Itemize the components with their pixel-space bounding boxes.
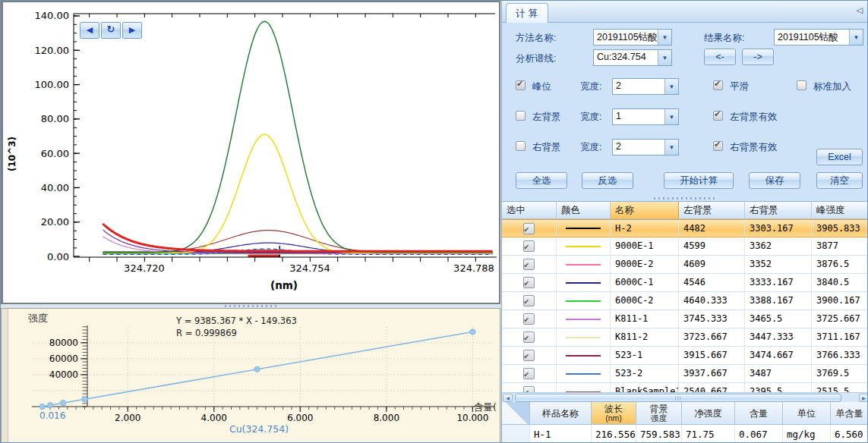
sample-header-5[interactable]: 含量 [735, 402, 783, 424]
analysis-line-dropdown[interactable]: Cu:324.754 ▼ [593, 49, 672, 66]
right-bg-width-dropdown[interactable]: 2 ▼ [612, 139, 679, 156]
right-bg-cell: 3465.5 [745, 310, 812, 328]
right-bg-cell: 3474.667 [745, 347, 812, 364]
row-checkbox[interactable]: ✔ [523, 295, 535, 306]
sample-row[interactable]: H-1216.556759.58371.750.067mg/kg6.560 [502, 425, 868, 443]
sample-header-3[interactable]: 背景强度 [636, 402, 682, 424]
left-bg-cell: 3723.667 [679, 328, 745, 346]
table-row[interactable]: ✔523-23937.66734873769.5 [502, 365, 868, 383]
start-calculation-button[interactable]: 开始计算 [664, 172, 734, 189]
series-color-swatch [566, 337, 601, 338]
peak-width-dropdown[interactable]: 2 ▼ [612, 78, 679, 95]
left-bg-width-dropdown[interactable]: 1 ▼ [612, 108, 679, 125]
result-name-dropdown[interactable]: 20191105钴酸 ▼ [774, 29, 863, 46]
row-checkbox[interactable]: ✔ [523, 240, 535, 252]
svg-text:4.000: 4.000 [201, 413, 227, 423]
svg-text:6.000: 6.000 [287, 413, 313, 423]
table-row[interactable]: ✔6000C-145463333.1673840.5 [502, 274, 868, 292]
sample-header-4[interactable]: 净强度 [682, 402, 735, 424]
splitter-grip[interactable] [654, 197, 718, 200]
table-row[interactable]: ✔H-244823303.1673905.833 [502, 219, 868, 237]
right-bg-cell: 3333.167 [745, 274, 812, 291]
table-row[interactable]: ✔9000E-1459933623877 [502, 237, 868, 256]
results-header-1[interactable]: 颜色 [557, 202, 611, 218]
scroll-right-icon[interactable]: ▶ [859, 394, 868, 402]
dropdown-arrow-icon[interactable]: ▼ [664, 140, 678, 155]
smooth-checkbox[interactable]: ✔ [713, 80, 723, 90]
sample-header-1[interactable]: 样品名称 [530, 402, 592, 424]
wavelength-cell: 216.556 [592, 425, 636, 443]
svg-text:(nm): (nm) [270, 279, 298, 291]
right-bg-cell: 3352 [745, 256, 812, 273]
collapse-panel-icon[interactable]: ◁ [857, 5, 863, 15]
prev-result-button[interactable]: <- [704, 49, 736, 65]
right-background-label: 右背景 [532, 141, 561, 154]
splitter-grip[interactable] [225, 305, 278, 307]
svg-text:0.016: 0.016 [39, 410, 65, 421]
results-header-4[interactable]: 右背景 [745, 202, 812, 218]
row-checkbox[interactable]: ✔ [523, 259, 535, 270]
results-header-2[interactable]: 名称 [611, 202, 679, 218]
dropdown-arrow-icon[interactable]: ▼ [658, 30, 671, 45]
result-name-value: 20191105钴酸 [775, 30, 849, 45]
left-bg-cell: 4546 [679, 274, 745, 291]
dropdown-arrow-icon[interactable]: ▼ [658, 50, 671, 65]
left-bg-width-value: 1 [613, 109, 664, 124]
next-result-button[interactable]: -> [742, 49, 774, 65]
invert-selection-button[interactable]: 反选 [582, 172, 633, 189]
method-name-dropdown[interactable]: 20191105钴酸 ▼ [593, 29, 672, 46]
series-color-swatch [566, 282, 601, 284]
peak-position-checkbox[interactable]: ✔ [516, 80, 526, 90]
save-button[interactable]: 保存 [749, 172, 800, 189]
standard-addition-checkbox[interactable]: ✔ [797, 80, 806, 90]
sample-header-6[interactable]: 单位 [783, 402, 831, 424]
row-checkbox[interactable]: ✔ [523, 313, 535, 325]
select-all-button[interactable]: 全选 [516, 172, 567, 189]
peak-intensity-cell: 3725.667 [812, 310, 868, 328]
panel-splitter[interactable] [502, 195, 868, 201]
left-background-checkbox[interactable]: ✔ [516, 111, 526, 121]
table-row[interactable]: ✔6000C-24640.3333388.1673900.167 [502, 292, 868, 310]
bg-intensity-cell: 759.583 [636, 425, 682, 443]
scroll-left-icon[interactable]: ◀ [503, 394, 513, 402]
method-name-value: 20191105钴酸 [594, 30, 658, 45]
svg-text:324.788: 324.788 [453, 262, 494, 274]
right-bg-valid-checkbox[interactable]: ✔ [713, 141, 723, 151]
corner-cell [502, 402, 530, 424]
row-checkbox[interactable]: ✔ [523, 350, 535, 361]
row-checkbox[interactable]: ✔ [523, 331, 535, 343]
refresh-icon[interactable]: ↻ [101, 22, 121, 39]
excel-button[interactable]: Excel [816, 149, 863, 165]
svg-text:(10^3): (10^3) [7, 137, 17, 171]
sample-name-cell: 6000C-2 [611, 292, 679, 309]
series-color-swatch [566, 300, 601, 302]
results-header-5[interactable]: 峰强度 [812, 202, 868, 218]
results-header-0[interactable]: 选中 [502, 202, 557, 218]
dropdown-arrow-icon[interactable]: ▼ [664, 109, 678, 124]
peak-intensity-cell: 3766.333 [812, 347, 868, 364]
table-row[interactable]: ✔523-13915.6673474.6673766.333 [502, 347, 868, 365]
scrollbar-thumb[interactable] [515, 394, 841, 402]
scan-next-button[interactable]: ▶ [122, 22, 142, 39]
table-row[interactable]: ✔9000E-2460933523876.5 [502, 256, 868, 274]
table-row[interactable]: ✔K811-13745.3333465.53725.667 [502, 310, 868, 328]
row-checkbox[interactable]: ✔ [523, 223, 535, 234]
scan-prev-button[interactable]: ◀ [80, 22, 99, 39]
dropdown-arrow-icon[interactable]: ▼ [849, 30, 863, 45]
table-row[interactable]: ✔K811-23723.6673447.3333711.167 [502, 328, 868, 347]
smooth-label: 平滑 [730, 80, 749, 93]
svg-text:Y = 9385.367 * X - 149.363: Y = 9385.367 * X - 149.363 [175, 316, 297, 326]
sample-header-7[interactable]: 单含量 [831, 402, 868, 424]
analysis-line-value: Cu:324.754 [594, 50, 658, 65]
dropdown-arrow-icon[interactable]: ▼ [664, 79, 678, 94]
clear-button[interactable]: 清空 [816, 172, 863, 189]
sample-header-2[interactable]: 波长(nm) [592, 402, 636, 424]
row-checkbox[interactable]: ✔ [523, 277, 535, 288]
left-bg-cell: 4640.333 [679, 292, 745, 309]
left-bg-valid-checkbox[interactable]: ✔ [713, 111, 723, 121]
right-background-checkbox[interactable]: ✔ [516, 141, 526, 151]
results-header-3[interactable]: 左背景 [679, 202, 745, 218]
horizontal-scrollbar[interactable]: ◀ ▶ [502, 392, 868, 402]
row-checkbox[interactable]: ✔ [523, 368, 535, 379]
tab-calculate[interactable]: 计 算 [506, 3, 548, 23]
